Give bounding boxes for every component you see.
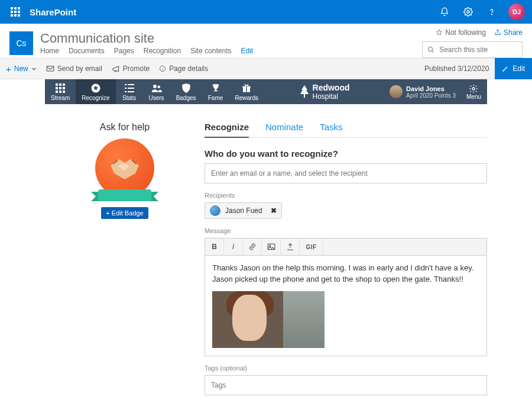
svg-rect-28 (125, 91, 126, 92)
svg-rect-34 (246, 86, 247, 92)
gift-icon (242, 83, 251, 94)
badge-title: Ask for help (100, 122, 150, 133)
svg-rect-17 (56, 87, 58, 89)
svg-rect-15 (59, 83, 61, 86)
not-following-button[interactable]: Not following (436, 28, 486, 37)
svg-rect-20 (56, 91, 58, 93)
embedded-gif[interactable] (212, 291, 325, 348)
tags-input[interactable] (205, 375, 487, 395)
svg-rect-2 (18, 7, 20, 9)
svg-rect-18 (59, 87, 61, 89)
message-editor[interactable]: Thanks Jason on the help this morning. I… (205, 256, 487, 356)
nav-site-contents[interactable]: Site contents (190, 47, 231, 55)
message-text: Thanks Jason on the help this morning. I… (212, 263, 479, 285)
app-menu-button[interactable]: Menu (460, 79, 487, 104)
toolbar-italic[interactable]: I (224, 238, 243, 256)
cmd-promote[interactable]: Promote (112, 65, 150, 73)
megaphone-icon (112, 65, 120, 72)
tab-recognize[interactable]: Recognize (205, 122, 249, 138)
site-name[interactable]: Communication site (40, 31, 253, 46)
svg-point-10 (491, 14, 492, 14)
svg-rect-24 (125, 84, 126, 85)
app-launcher-icon[interactable] (4, 0, 27, 24)
pencil-icon (502, 65, 509, 72)
product-name[interactable]: SharePoint (30, 7, 76, 17)
tags-label: Tags (optional) (205, 365, 487, 372)
app-tab-rewards[interactable]: Rewards (229, 79, 264, 104)
svg-point-30 (153, 85, 157, 88)
nav-pages[interactable]: Pages (114, 47, 134, 55)
search-input[interactable] (439, 46, 517, 54)
site-logo[interactable]: Cs (9, 31, 33, 55)
app-user[interactable]: David Jones April 2020 Points 3 (385, 79, 460, 104)
remove-recipient-icon[interactable]: ✖ (271, 207, 277, 215)
user-avatar-small (390, 85, 403, 98)
svg-rect-26 (125, 88, 126, 89)
tab-tasks[interactable]: Tasks (320, 122, 342, 137)
toolbar-gif[interactable]: GIF (300, 238, 323, 256)
svg-point-31 (157, 85, 160, 88)
recipient-avatar-icon (210, 205, 220, 216)
app-tab-recognize[interactable]: Recognize (76, 79, 115, 104)
who-title: Who do you want to recognize? (205, 149, 487, 159)
upload-icon (286, 243, 294, 251)
app-brand: Redwood Hospital (264, 79, 385, 104)
cmd-new[interactable]: + New (6, 65, 37, 73)
users-icon (151, 83, 162, 94)
toolbar-bold[interactable]: B (205, 238, 224, 256)
recipient-chip[interactable]: Jason Fued ✖ (205, 202, 282, 219)
svg-rect-8 (18, 14, 20, 17)
app-tab-label: Fame (208, 95, 223, 101)
nav-home[interactable]: Home (40, 47, 59, 55)
search-box[interactable] (422, 41, 523, 58)
share-label: Share (504, 28, 523, 37)
cmd-send-email[interactable]: Send by email (46, 65, 102, 73)
share-button[interactable]: Share (494, 28, 523, 37)
image-icon (267, 243, 275, 250)
nav-edit[interactable]: Edit (241, 47, 254, 55)
svg-point-9 (467, 11, 469, 13)
svg-rect-6 (11, 14, 13, 17)
svg-rect-21 (59, 91, 61, 93)
svg-rect-22 (63, 91, 65, 93)
recipient-input[interactable] (205, 163, 487, 183)
nav-documents[interactable]: Documents (69, 47, 105, 55)
site-nav: Home Documents Pages Recognition Site co… (40, 47, 253, 55)
edit-page-button[interactable]: Edit (495, 58, 532, 79)
app-tab-stream[interactable]: Stream (45, 79, 76, 104)
app-nav-bar: Stream Recognize Stats Users Badges Fame… (45, 79, 487, 104)
tab-nominate[interactable]: Nominate (265, 122, 303, 137)
toolbar-upload[interactable] (281, 238, 300, 256)
badge-image (92, 138, 157, 204)
cmd-page-details[interactable]: Page details (159, 65, 208, 73)
svg-point-11 (429, 47, 433, 51)
app-tab-badges[interactable]: Badges (170, 79, 202, 104)
help-icon[interactable] (481, 0, 502, 24)
svg-rect-29 (128, 91, 134, 92)
svg-point-36 (472, 88, 475, 90)
not-following-label: Not following (445, 28, 486, 37)
svg-rect-35 (304, 94, 305, 98)
app-tab-label: Stream (51, 95, 70, 101)
app-tab-users[interactable]: Users (143, 79, 170, 104)
cmd-new-label: New (14, 65, 28, 73)
toolbar-image[interactable] (262, 238, 281, 256)
chevron-down-icon (31, 66, 37, 72)
search-icon (427, 46, 434, 54)
tree-icon (300, 85, 309, 98)
svg-rect-27 (128, 88, 134, 89)
user-avatar[interactable]: DJ (508, 4, 525, 20)
toolbar-link[interactable] (243, 238, 262, 256)
notifications-icon[interactable] (434, 0, 455, 24)
app-tab-stats[interactable]: Stats (116, 79, 143, 104)
svg-rect-25 (128, 84, 134, 85)
brand-bottom: Hospital (313, 92, 350, 101)
edit-badge-button[interactable]: + Edit Badge (101, 207, 148, 219)
svg-rect-5 (18, 11, 20, 13)
settings-icon[interactable] (458, 0, 479, 24)
nav-recognition[interactable]: Recognition (144, 47, 181, 55)
app-tab-fame[interactable]: Fame (202, 79, 229, 104)
svg-rect-4 (14, 11, 17, 13)
svg-rect-1 (14, 7, 17, 9)
trophy-icon (212, 83, 220, 94)
